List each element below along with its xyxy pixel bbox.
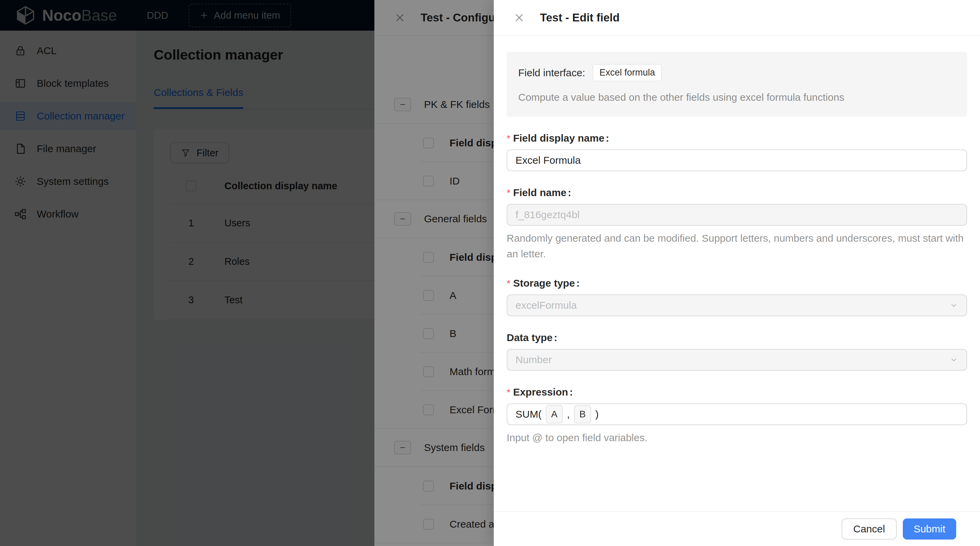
- data-type-value: Number: [515, 354, 552, 366]
- drawer-header: Test - Edit field: [494, 0, 980, 36]
- form-item-data-type: Data type : Number: [507, 332, 967, 371]
- required-mark: *: [507, 133, 511, 144]
- form-item-field-display-name: * Field display name : Excel Formula: [507, 133, 967, 171]
- field-label: * Storage type :: [507, 278, 967, 289]
- form-item-field-name: * Field name : f_816geztq4bl Randomly ge…: [507, 187, 967, 262]
- form-item-storage-type: * Storage type : excelFormula: [507, 278, 967, 316]
- expression-separator: ,: [567, 409, 570, 420]
- field-name-help: Randomly generated and can be modified. …: [507, 230, 967, 262]
- expression-input[interactable]: SUM( A , B ): [507, 403, 967, 425]
- chevron-down-icon: [950, 355, 958, 364]
- field-label: Data type :: [507, 332, 967, 343]
- expression-variable-chip[interactable]: A: [546, 405, 563, 423]
- submit-button[interactable]: Submit: [903, 519, 956, 540]
- field-label: * Field name :: [507, 187, 967, 198]
- edit-field-drawer: Test - Edit field Field interface: Excel…: [494, 0, 980, 546]
- field-interface-box: Field interface: Excel formula Compute a…: [507, 52, 967, 117]
- expression-suffix: ): [595, 409, 598, 420]
- storage-type-select[interactable]: excelFormula: [507, 294, 967, 316]
- storage-type-value: excelFormula: [515, 300, 577, 311]
- chevron-down-icon: [950, 301, 958, 310]
- required-mark: *: [507, 387, 511, 398]
- expression-help: Input @ to open field variables.: [507, 430, 967, 445]
- cancel-button[interactable]: Cancel: [842, 519, 896, 540]
- required-mark: *: [507, 188, 511, 198]
- field-display-name-input[interactable]: Excel Formula: [507, 149, 967, 171]
- field-name-input[interactable]: f_816geztq4bl: [507, 204, 967, 226]
- close-icon[interactable]: [514, 12, 525, 24]
- data-type-select[interactable]: Number: [507, 349, 967, 371]
- drawer-footer: Cancel Submit: [494, 511, 980, 546]
- expression-variable-chip[interactable]: B: [574, 405, 591, 423]
- field-interface-badge: Excel formula: [593, 64, 662, 81]
- field-label: * Field display name :: [507, 133, 967, 144]
- edit-field-form: Field interface: Excel formula Compute a…: [494, 36, 980, 511]
- required-mark: *: [507, 278, 511, 289]
- field-interface-description: Compute a value based on the other field…: [518, 91, 956, 103]
- expression-prefix: SUM(: [515, 409, 542, 420]
- field-label: * Expression :: [507, 386, 967, 398]
- drawer-title: Test - Edit field: [540, 11, 620, 24]
- form-item-expression: * Expression : SUM( A , B ) Input @ to o…: [507, 386, 967, 445]
- field-interface-label: Field interface:: [518, 67, 585, 79]
